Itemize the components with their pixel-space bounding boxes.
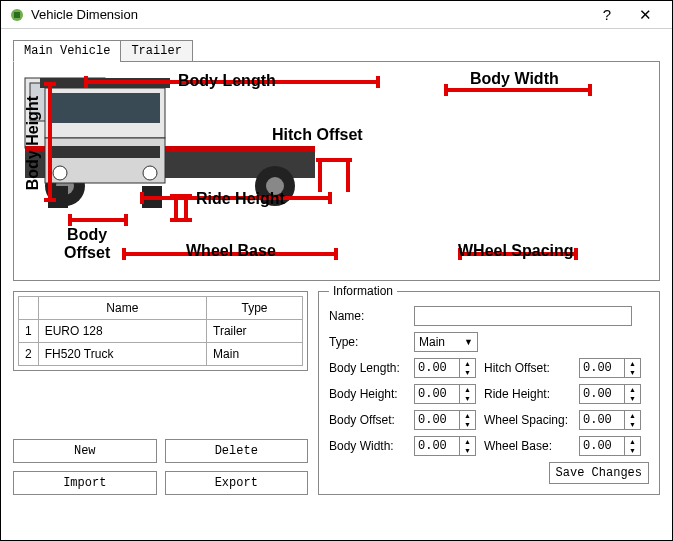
tabs: Main Vehicle Trailer — [13, 40, 660, 62]
wheel-base-label: Wheel Base: — [484, 439, 579, 453]
help-button[interactable]: ? — [588, 1, 626, 29]
body-height-input[interactable]: ▲▼ — [414, 384, 476, 404]
table-header: Name Type — [19, 297, 303, 320]
ride-height-input[interactable]: ▲▼ — [579, 384, 641, 404]
delete-button[interactable]: Delete — [165, 439, 309, 463]
close-button[interactable]: ✕ — [626, 1, 664, 29]
chevron-down-icon: ▼ — [464, 337, 473, 347]
diagram-panel: Body Length Body Height Hitch Offset Rid… — [13, 61, 660, 281]
wheel-spacing-input[interactable]: ▲▼ — [579, 410, 641, 430]
cell-name: EURO 128 — [38, 320, 206, 343]
export-button[interactable]: Export — [165, 471, 309, 495]
row-index: 2 — [19, 343, 39, 366]
body-width-label: Body Width: — [329, 439, 414, 453]
col-type: Type — [207, 297, 303, 320]
app-icon — [9, 7, 25, 23]
label-hitch-offset: Hitch Offset — [272, 126, 363, 144]
body-length-input[interactable]: ▲▼ — [414, 358, 476, 378]
hitch-offset-label: Hitch Offset: — [484, 361, 579, 375]
spin-down-icon[interactable]: ▼ — [625, 446, 640, 455]
body-width-input[interactable]: ▲▼ — [414, 436, 476, 456]
tab-main-vehicle[interactable]: Main Vehicle — [13, 40, 121, 62]
vehicle-table: Name Type 1 EURO 128 Trailer 2 FH520 Tru… — [13, 291, 308, 371]
wheel-spacing-label: Wheel Spacing: — [484, 413, 579, 427]
spin-up-icon[interactable]: ▲ — [460, 411, 475, 420]
titlebar: Vehicle Dimension ? ✕ — [1, 1, 672, 29]
spin-down-icon[interactable]: ▼ — [460, 394, 475, 403]
hitch-offset-input[interactable]: ▲▼ — [579, 358, 641, 378]
spin-down-icon[interactable]: ▼ — [625, 394, 640, 403]
body-height-label: Body Height: — [329, 387, 414, 401]
cell-type: Main — [207, 343, 303, 366]
cell-name: FH520 Truck — [38, 343, 206, 366]
spin-up-icon[interactable]: ▲ — [460, 437, 475, 446]
import-button[interactable]: Import — [13, 471, 157, 495]
type-select[interactable]: Main ▼ — [414, 332, 478, 352]
spin-down-icon[interactable]: ▼ — [460, 368, 475, 377]
window-title: Vehicle Dimension — [31, 7, 588, 22]
row-index: 1 — [19, 320, 39, 343]
name-label: Name: — [329, 309, 414, 323]
label-body-width: Body Width — [470, 70, 559, 88]
spin-up-icon[interactable]: ▲ — [625, 411, 640, 420]
spin-down-icon[interactable]: ▼ — [625, 368, 640, 377]
new-button[interactable]: New — [13, 439, 157, 463]
col-name: Name — [38, 297, 206, 320]
wheel-base-input[interactable]: ▲▼ — [579, 436, 641, 456]
spin-down-icon[interactable]: ▼ — [625, 420, 640, 429]
info-legend: Information — [329, 284, 397, 298]
spin-down-icon[interactable]: ▼ — [460, 420, 475, 429]
spin-up-icon[interactable]: ▲ — [625, 385, 640, 394]
label-body-offset: Body Offset — [64, 226, 110, 262]
cell-type: Trailer — [207, 320, 303, 343]
spin-down-icon[interactable]: ▼ — [460, 446, 475, 455]
type-label: Type: — [329, 335, 414, 349]
label-body-height: Body Height — [24, 96, 42, 190]
table-row[interactable]: 1 EURO 128 Trailer — [19, 320, 303, 343]
spin-up-icon[interactable]: ▲ — [625, 437, 640, 446]
spin-up-icon[interactable]: ▲ — [625, 359, 640, 368]
information-panel: Information Name: Type: Main ▼ Body Leng… — [318, 291, 660, 495]
body-offset-input[interactable]: ▲▼ — [414, 410, 476, 430]
label-ride-height: Ride Height — [196, 190, 285, 208]
save-changes-button[interactable]: Save Changes — [549, 462, 649, 484]
label-body-length: Body Length — [178, 72, 276, 90]
svg-rect-1 — [14, 12, 20, 18]
body-offset-label: Body Offset: — [329, 413, 414, 427]
spin-up-icon[interactable]: ▲ — [460, 385, 475, 394]
label-wheel-base: Wheel Base — [186, 242, 276, 260]
table-row[interactable]: 2 FH520 Truck Main — [19, 343, 303, 366]
ride-height-label: Ride Height: — [484, 387, 579, 401]
body-length-label: Body Length: — [329, 361, 414, 375]
tab-trailer[interactable]: Trailer — [120, 40, 192, 62]
spin-up-icon[interactable]: ▲ — [460, 359, 475, 368]
type-value: Main — [419, 335, 445, 349]
label-wheel-spacing: WHeel Spacing — [458, 242, 574, 260]
name-input[interactable] — [414, 306, 632, 326]
